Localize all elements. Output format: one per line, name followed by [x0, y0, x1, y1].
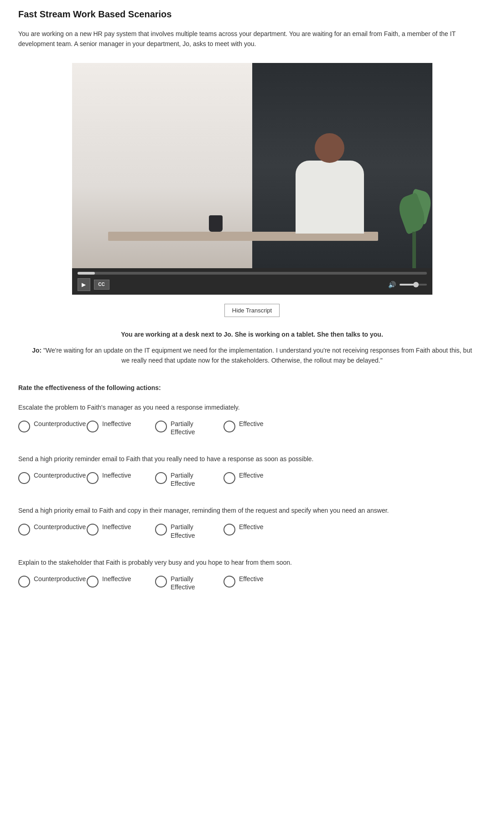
radio-label: Ineffective — [102, 471, 131, 479]
radio-option-ineffective-4[interactable]: Ineffective — [87, 575, 155, 588]
radio-option-ineffective-1[interactable]: Ineffective — [87, 420, 155, 432]
person-head — [315, 133, 344, 163]
radio-circle[interactable] — [155, 524, 167, 536]
action-item-1: Escalate the problem to Faith's manager … — [18, 403, 486, 436]
radio-circle[interactable] — [155, 472, 167, 484]
radio-label: Effective — [239, 420, 263, 428]
radio-group-3: Counterproductive Ineffective PartiallyE… — [18, 523, 486, 539]
radio-option-effective-1[interactable]: Effective — [223, 420, 292, 432]
radio-option-ineffective-3[interactable]: Ineffective — [87, 523, 155, 536]
action-item-2: Send a high priority reminder email to F… — [18, 454, 486, 488]
rate-title: Rate the effectiveness of the following … — [18, 384, 486, 391]
radio-option-partially-1[interactable]: PartiallyEffective — [155, 420, 223, 436]
person-figure — [296, 133, 364, 234]
intro-text: You are working on a new HR pay system t… — [18, 29, 486, 49]
action-item-3: Send a high priority email to Faith and … — [18, 506, 486, 539]
radio-label: PartiallyEffective — [171, 420, 195, 436]
progress-fill — [78, 272, 95, 275]
radio-option-counterproductive-2[interactable]: Counterproductive — [18, 471, 87, 484]
dialogue-speaker: Jo: — [32, 347, 42, 354]
volume-slider[interactable] — [400, 284, 427, 286]
radio-label: Counterproductive — [34, 420, 86, 428]
play-button[interactable]: ▶ — [78, 278, 90, 291]
radio-option-effective-3[interactable]: Effective — [223, 523, 292, 536]
radio-label: Ineffective — [102, 420, 131, 428]
radio-label: Counterproductive — [34, 523, 86, 531]
rate-section: Rate the effectiveness of the following … — [18, 384, 486, 592]
hide-transcript-button[interactable]: Hide Transcript — [224, 304, 280, 317]
volume-thumb — [413, 282, 419, 287]
video-background — [72, 63, 432, 268]
radio-circle[interactable] — [223, 472, 235, 484]
radio-circle[interactable] — [87, 524, 99, 536]
page-title: Fast Stream Work Based Scenarios — [18, 9, 486, 20]
radio-label: PartiallyEffective — [171, 471, 195, 488]
radio-option-effective-2[interactable]: Effective — [223, 471, 292, 484]
video-container: ▶ CC 🔊 — [72, 63, 432, 295]
radio-circle[interactable] — [18, 421, 30, 432]
radio-label: Effective — [239, 575, 263, 583]
scene-plant — [396, 177, 432, 268]
radio-circle[interactable] — [223, 576, 235, 588]
radio-circle[interactable] — [155, 576, 167, 588]
radio-circle[interactable] — [18, 472, 30, 484]
person-body — [296, 161, 364, 234]
radio-option-counterproductive-3[interactable]: Counterproductive — [18, 523, 87, 536]
radio-label: PartiallyEffective — [171, 575, 195, 591]
radio-option-counterproductive-4[interactable]: Counterproductive — [18, 575, 87, 588]
radio-label: Effective — [239, 523, 263, 531]
radio-option-partially-2[interactable]: PartiallyEffective — [155, 471, 223, 488]
action-item-4: Explain to the stakeholder that Faith is… — [18, 558, 486, 591]
radio-group-4: Counterproductive Ineffective PartiallyE… — [18, 575, 486, 591]
radio-circle[interactable] — [87, 421, 99, 432]
radio-option-counterproductive-1[interactable]: Counterproductive — [18, 420, 87, 432]
radio-option-effective-4[interactable]: Effective — [223, 575, 292, 588]
video-frame — [72, 63, 432, 268]
radio-circle[interactable] — [18, 576, 30, 588]
dialogue-text: "We're waiting for an update on the IT e… — [43, 347, 472, 364]
plant-stem — [412, 232, 416, 268]
radio-label: PartiallyEffective — [171, 523, 195, 539]
radio-group-2: Counterproductive Ineffective PartiallyE… — [18, 471, 486, 488]
radio-circle[interactable] — [18, 524, 30, 536]
transcript-btn-container: Hide Transcript — [18, 304, 486, 317]
radio-label: Counterproductive — [34, 575, 86, 583]
action-text-1: Escalate the problem to Faith's manager … — [18, 403, 486, 412]
controls-right: 🔊 — [388, 281, 427, 288]
radio-circle[interactable] — [87, 472, 99, 484]
dialogue: Jo: "We're waiting for an update on the … — [18, 345, 486, 366]
radio-circle[interactable] — [223, 524, 235, 536]
action-text-4: Explain to the stakeholder that Faith is… — [18, 558, 486, 567]
action-text-2: Send a high priority reminder email to F… — [18, 454, 486, 464]
radio-option-partially-3[interactable]: PartiallyEffective — [155, 523, 223, 539]
radio-label: Ineffective — [102, 575, 131, 583]
radio-option-ineffective-2[interactable]: Ineffective — [87, 471, 155, 484]
radio-circle[interactable] — [87, 576, 99, 588]
video-controls: ▶ CC 🔊 — [72, 268, 432, 295]
scene-description: You are working at a desk next to Jo. Sh… — [18, 331, 486, 338]
radio-label: Counterproductive — [34, 471, 86, 479]
radio-circle[interactable] — [223, 421, 235, 432]
scene-cup — [209, 215, 223, 232]
radio-option-partially-4[interactable]: PartiallyEffective — [155, 575, 223, 591]
volume-icon: 🔊 — [388, 281, 396, 288]
radio-label: Ineffective — [102, 523, 131, 531]
action-text-3: Send a high priority email to Faith and … — [18, 506, 486, 515]
radio-circle[interactable] — [155, 421, 167, 432]
controls-left: ▶ CC — [78, 278, 109, 291]
radio-group-1: Counterproductive Ineffective PartiallyE… — [18, 420, 486, 436]
radio-label: Effective — [239, 471, 263, 479]
progress-bar[interactable] — [78, 272, 427, 275]
cc-button[interactable]: CC — [94, 280, 109, 290]
